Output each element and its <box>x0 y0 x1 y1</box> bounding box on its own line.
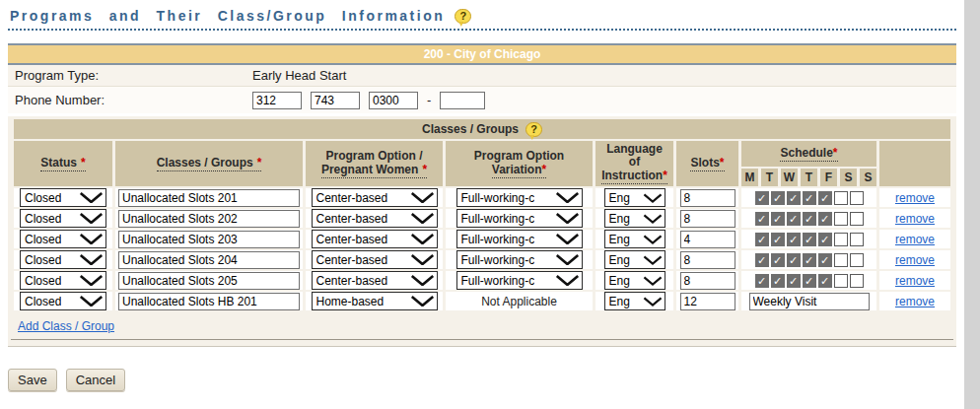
status-select[interactable]: Closed <box>20 209 106 228</box>
language-select[interactable]: Eng <box>604 292 665 310</box>
remove-link[interactable]: remove <box>895 191 935 205</box>
class-group-name-input[interactable] <box>118 272 300 290</box>
program-type-label: Program Type: <box>8 68 252 83</box>
slots-input[interactable] <box>680 293 735 310</box>
schedule-checkbox-sun[interactable] <box>850 233 864 246</box>
save-button[interactable]: Save <box>8 369 57 391</box>
status-select[interactable]: Closed <box>20 250 106 269</box>
status-select[interactable]: Closed <box>20 271 106 290</box>
language-select[interactable]: Eng <box>604 250 665 269</box>
chevron-down-icon <box>410 213 435 224</box>
schedule-checkbox-tue[interactable]: ✓ <box>771 212 785 226</box>
program-option-select[interactable]: Center-based <box>312 271 438 290</box>
schedule-checkbox-fri[interactable]: ✓ <box>818 212 832 226</box>
column-header-classes-groups: Classes / Groups* <box>115 141 303 186</box>
class-group-name-input[interactable] <box>118 251 300 269</box>
table-row: Closed Center-based Full-working-c Eng <box>14 209 950 228</box>
schedule-checkbox-sat[interactable] <box>834 233 848 246</box>
schedule-checkbox-thu[interactable]: ✓ <box>803 191 816 205</box>
schedule-checkbox-sun[interactable] <box>850 191 864 205</box>
slots-input[interactable] <box>680 189 735 207</box>
column-header-status: Status* <box>14 141 112 186</box>
phone-ext-input[interactable] <box>440 92 485 109</box>
program-option-select[interactable]: Center-based <box>312 188 438 207</box>
remove-link[interactable]: remove <box>895 212 935 226</box>
schedule-checkbox-mon[interactable]: ✓ <box>755 253 769 267</box>
page-right-gutter <box>964 0 980 409</box>
schedule-checkbox-mon[interactable]: ✓ <box>755 191 769 205</box>
chevron-down-icon <box>79 213 104 224</box>
language-select[interactable]: Eng <box>604 209 665 228</box>
schedule-checkbox-fri[interactable]: ✓ <box>818 253 832 267</box>
schedule-checkbox-mon[interactable]: ✓ <box>755 274 769 288</box>
remove-link[interactable]: remove <box>895 274 935 288</box>
schedule-checkbox-thu[interactable]: ✓ <box>803 233 816 246</box>
schedule-checkbox-sun[interactable] <box>850 274 864 288</box>
schedule-checkbox-tue[interactable]: ✓ <box>771 253 785 267</box>
phone-area-input[interactable] <box>252 92 302 109</box>
help-icon[interactable]: ? <box>525 122 542 137</box>
cancel-button[interactable]: Cancel <box>66 369 125 391</box>
status-select[interactable]: Closed <box>20 230 106 248</box>
status-select[interactable]: Closed <box>20 188 106 207</box>
schedule-cell: ✓✓✓✓✓ <box>741 250 876 269</box>
chevron-down-icon <box>555 213 580 224</box>
phone-line-input[interactable] <box>369 92 418 109</box>
schedule-cell: ✓✓✓✓✓ <box>741 188 876 207</box>
schedule-checkbox-thu[interactable]: ✓ <box>803 274 816 288</box>
phone-prefix-input[interactable] <box>311 92 360 109</box>
help-icon[interactable]: ? <box>455 9 471 24</box>
variation-select[interactable]: Full-working-c <box>456 230 583 248</box>
table-row: Closed Center-based Full-working-c Eng <box>14 250 950 269</box>
variation-select[interactable]: Full-working-c <box>456 209 583 228</box>
language-select[interactable]: Eng <box>604 230 665 248</box>
schedule-checkbox-sat[interactable] <box>834 191 848 205</box>
schedule-checkbox-sun[interactable] <box>850 212 864 226</box>
schedule-checkbox-wed[interactable]: ✓ <box>787 191 801 205</box>
program-option-select[interactable]: Home-based <box>312 292 438 310</box>
language-select[interactable]: Eng <box>604 271 665 290</box>
schedule-checkbox-sat[interactable] <box>834 253 848 267</box>
classes-groups-section: Classes / Groups ? Status* Classes / Gro… <box>8 116 956 340</box>
variation-select[interactable]: Full-working-c <box>456 250 583 269</box>
schedule-checkbox-wed[interactable]: ✓ <box>787 253 801 267</box>
remove-link[interactable]: remove <box>895 253 935 267</box>
variation-select[interactable]: Full-working-c <box>456 271 583 290</box>
chevron-down-icon <box>79 192 104 203</box>
schedule-checkbox-fri[interactable]: ✓ <box>818 191 832 205</box>
variation-select[interactable]: Full-working-c <box>456 188 583 207</box>
schedule-text-input[interactable] <box>749 293 870 310</box>
day-header-mon: M <box>741 169 758 186</box>
program-option-select[interactable]: Center-based <box>312 250 438 269</box>
schedule-checkbox-tue[interactable]: ✓ <box>771 274 785 288</box>
schedule-checkbox-mon[interactable]: ✓ <box>755 233 769 246</box>
schedule-checkbox-sun[interactable] <box>850 253 864 267</box>
remove-link[interactable]: remove <box>895 233 935 246</box>
class-group-name-input[interactable] <box>118 231 300 248</box>
remove-link[interactable]: remove <box>895 295 935 308</box>
slots-input[interactable] <box>680 272 735 290</box>
slots-input[interactable] <box>680 251 735 269</box>
program-option-select[interactable]: Center-based <box>312 209 438 228</box>
schedule-checkbox-mon[interactable]: ✓ <box>755 212 769 226</box>
add-class-group-link[interactable]: Add Class / Group <box>18 319 114 333</box>
class-group-name-input[interactable] <box>118 293 300 310</box>
schedule-checkbox-tue[interactable]: ✓ <box>771 191 785 205</box>
class-group-name-input[interactable] <box>118 189 300 207</box>
program-option-select[interactable]: Center-based <box>312 230 438 248</box>
schedule-checkbox-fri[interactable]: ✓ <box>818 274 832 288</box>
schedule-checkbox-tue[interactable]: ✓ <box>771 233 785 246</box>
class-group-name-input[interactable] <box>118 210 300 228</box>
schedule-checkbox-sat[interactable] <box>834 212 848 226</box>
schedule-checkbox-wed[interactable]: ✓ <box>787 233 801 246</box>
slots-input[interactable] <box>680 231 735 248</box>
language-select[interactable]: Eng <box>604 188 665 207</box>
schedule-checkbox-wed[interactable]: ✓ <box>787 274 801 288</box>
status-select[interactable]: Closed <box>20 292 106 310</box>
schedule-checkbox-fri[interactable]: ✓ <box>818 233 832 246</box>
schedule-checkbox-wed[interactable]: ✓ <box>787 212 801 226</box>
schedule-checkbox-thu[interactable]: ✓ <box>803 253 816 267</box>
schedule-checkbox-thu[interactable]: ✓ <box>803 212 816 226</box>
schedule-checkbox-sat[interactable] <box>834 274 848 288</box>
slots-input[interactable] <box>680 210 735 228</box>
